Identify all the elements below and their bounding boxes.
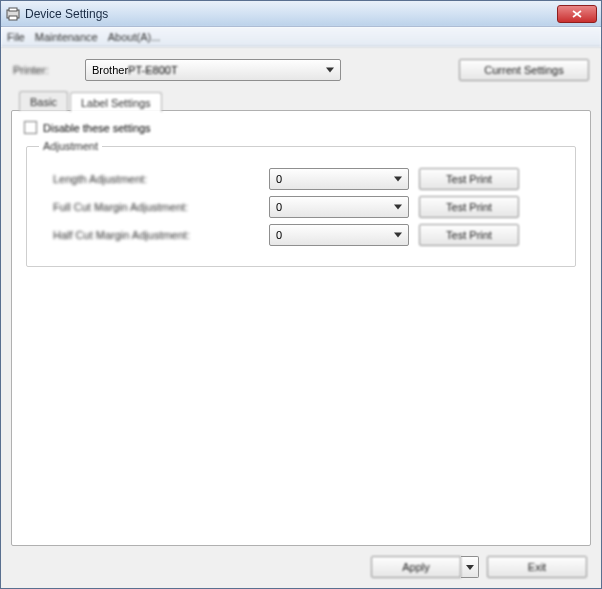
printer-value-model: PT-E800T [128,64,178,76]
bottom-button-row: Apply Exit [11,546,591,578]
adjustment-group: Adjustment Length Adjustment: 0 Test Pri… [26,140,576,267]
adjustment-legend: Adjustment [39,140,102,152]
tab-label-settings-label: Label Settings [81,97,151,109]
current-settings-button[interactable]: Current Settings [459,59,589,81]
tab-panel-label-settings: Disable these settings Adjustment Length… [11,110,591,546]
test-print-label: Test Print [446,173,492,185]
close-icon [572,10,582,18]
half-cut-test-print-button[interactable]: Test Print [419,224,519,246]
chevron-down-icon [466,565,474,570]
app-icon [5,6,21,22]
adjustment-row: Full Cut Margin Adjustment: 0 Test Print [39,196,563,218]
disable-settings-row: Disable these settings [24,121,578,134]
apply-dropdown-button[interactable] [461,556,479,578]
chevron-down-icon [326,68,334,73]
menu-about[interactable]: About(A)... [108,31,161,43]
menu-file[interactable]: File [7,31,25,43]
apply-button[interactable]: Apply [371,556,461,578]
printer-label: Printer: [13,64,73,76]
menubar: File Maintenance About(A)... [1,27,601,47]
adjustment-row: Length Adjustment: 0 Test Print [39,168,563,190]
disable-settings-label: Disable these settings [43,122,151,134]
test-print-label: Test Print [446,229,492,241]
exit-label: Exit [528,561,546,573]
menu-maintenance[interactable]: Maintenance [35,31,98,43]
apply-split-button: Apply [371,556,479,578]
length-test-print-button[interactable]: Test Print [419,168,519,190]
chevron-down-icon [394,177,402,182]
length-adjustment-value: 0 [276,173,282,185]
client-area: Printer: Brother PT-E800T Current Settin… [1,47,601,588]
tab-strip: Basic Label Settings [11,91,591,111]
current-settings-label: Current Settings [484,64,563,76]
chevron-down-icon [394,205,402,210]
half-cut-margin-value: 0 [276,229,282,241]
close-button[interactable] [557,5,597,23]
length-adjustment-select[interactable]: 0 [269,168,409,190]
printer-row: Printer: Brother PT-E800T Current Settin… [11,55,591,91]
svg-rect-2 [9,16,17,20]
full-cut-test-print-button[interactable]: Test Print [419,196,519,218]
tab-label-settings[interactable]: Label Settings [70,92,162,112]
adjustment-row: Half Cut Margin Adjustment: 0 Test Print [39,224,563,246]
tab-basic-label: Basic [30,96,57,108]
svg-rect-1 [9,8,17,11]
chevron-down-icon [394,233,402,238]
full-cut-margin-value: 0 [276,201,282,213]
full-cut-margin-select[interactable]: 0 [269,196,409,218]
printer-select[interactable]: Brother PT-E800T [85,59,341,81]
tab-basic[interactable]: Basic [19,91,68,111]
test-print-label: Test Print [446,201,492,213]
half-cut-margin-label: Half Cut Margin Adjustment: [39,229,259,241]
full-cut-margin-label: Full Cut Margin Adjustment: [39,201,259,213]
exit-button[interactable]: Exit [487,556,587,578]
length-adjustment-label: Length Adjustment: [39,173,259,185]
disable-settings-checkbox[interactable] [24,121,37,134]
window-title: Device Settings [25,7,557,21]
printer-value-prefix: Brother [92,64,128,76]
apply-label: Apply [402,561,430,573]
half-cut-margin-select[interactable]: 0 [269,224,409,246]
titlebar: Device Settings [1,1,601,27]
